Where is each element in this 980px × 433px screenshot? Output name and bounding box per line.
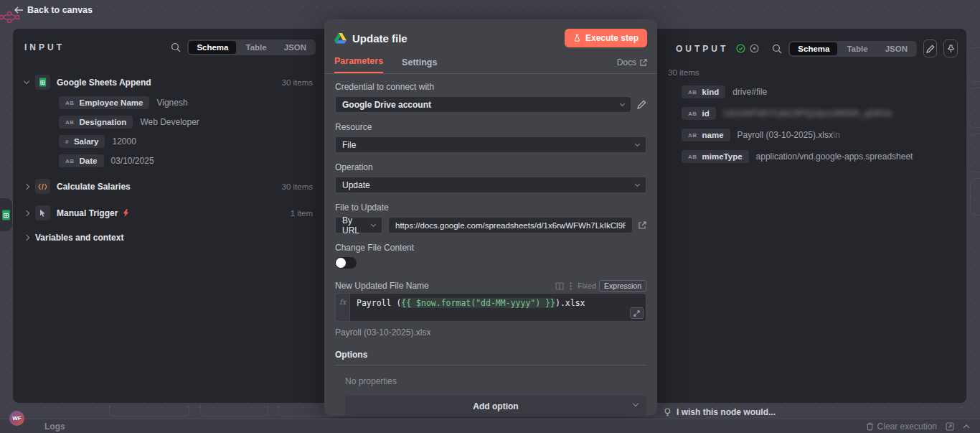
chevron-down-icon [24,78,29,84]
output-tab-schema[interactable]: Schema [790,42,837,55]
node-settings-modal: Update file Execute step Parameters Sett… [324,19,657,416]
output-field-name[interactable]: ABname Payroll (03-10-2025).xlsx\n [682,129,966,141]
file-to-update-group: File to Update By URL [335,202,646,233]
chevron-down-icon [635,141,640,146]
collapse-panel-icon[interactable] [963,424,970,429]
toggle-fixed[interactable]: Fixed [578,281,596,290]
chevron-right-icon [24,183,29,189]
node-item-count: 1 item [291,209,313,218]
schema-field-employee-name[interactable]: ABEmployee Name Vignesh [59,96,313,109]
bottom-bar: Logs Clear execution [0,419,980,433]
schema-field-date[interactable]: ABDate 03/10/2025 [59,154,313,167]
edit-output-button[interactable] [923,39,938,57]
expression-result-preview: Payroll (03-10-2025).xlsx [335,327,646,337]
columns-icon[interactable] [555,282,564,290]
field-name: kind [702,88,720,96]
operation-select[interactable]: Update [335,177,646,193]
google-drive-icon [334,33,347,44]
field-value: 03/10/2025 [111,156,154,166]
dots-vertical-icon[interactable] [570,282,572,290]
field-type-badge: AB [688,132,697,139]
file-mode-select[interactable]: By URL [335,217,382,233]
pop-out-logs-icon[interactable] [946,422,954,431]
file-url-input[interactable] [388,217,633,233]
field-type-badge: AB [65,158,75,164]
schema-node-calculate-salaries[interactable]: Calculate Salaries 30 items [24,179,313,194]
field-name: id [702,109,710,118]
chevron-down-icon [635,181,640,186]
back-to-canvas-button[interactable]: Back to canvas [14,5,93,15]
input-tab-schema[interactable]: Schema [189,41,236,54]
field-value: Payroll (03-10-2025).xlsx [738,130,833,140]
output-tab-json[interactable]: JSON [877,42,915,55]
schema-node-manual-trigger[interactable]: Manual Trigger 1 item [24,205,313,220]
clear-execution-button[interactable]: Clear execution [866,422,937,432]
schema-field-salary[interactable]: #Salary 12000 [59,135,313,148]
ghost-canvas-node [969,88,980,128]
ghost-canvas-node [969,134,980,172]
logs-toggle[interactable]: Logs [44,422,65,432]
field-name: Salary [74,137,99,146]
avatar-initials: WF [12,415,21,422]
field-name: Employee Name [80,98,143,107]
expand-expression-icon[interactable] [630,307,644,319]
resource-select[interactable]: File [335,136,646,153]
field-value: Web Developer [140,117,199,127]
expression-input[interactable]: Payroll ({{ $now.format("dd-MM-yyyy") }}… [349,293,646,322]
operation-value: Update [342,180,370,190]
docs-link[interactable]: Docs [617,57,647,73]
change-file-content-toggle[interactable] [335,257,357,269]
topbar: Back to canvas [0,0,980,23]
field-type-badge: AB [65,100,75,106]
clear-execution-label: Clear execution [877,422,937,432]
toggle-expression[interactable]: Expression [599,280,646,292]
input-panel: INPUT Schema Table JSON Google Sheets Ap… [13,29,324,403]
back-label: Back to canvas [27,5,93,15]
user-avatar[interactable]: WF [9,411,24,426]
options-section: Options No properties Add option [335,350,646,416]
field-name: mimeType [702,152,743,161]
credential-select[interactable]: Google Drive account [335,96,631,113]
node-item-count: 30 items [282,182,313,191]
input-search-icon[interactable] [171,42,181,52]
output-search-icon[interactable] [772,44,782,54]
open-url-external-icon[interactable] [639,221,646,229]
node-feedback-prompt[interactable]: I wish this node would... [664,407,776,417]
resource-group: Resource File [335,122,646,153]
no-properties-text: No properties [345,376,646,386]
resource-value: File [342,140,356,150]
field-type-badge: AB [688,154,697,160]
output-field-kind[interactable]: ABkind drive#file [682,85,966,98]
schema-field-designation[interactable]: ABDesignation Web Developer [59,116,313,129]
add-option-label: Add option [473,401,518,411]
edit-credential-icon[interactable] [637,100,646,109]
wish-label: I wish this node would... [677,407,776,417]
input-tab-json[interactable]: JSON [276,41,314,54]
back-arrow-icon [14,6,24,14]
schema-node-variables-context[interactable]: Variables and context [24,233,313,243]
output-panel: OUTPUT Schema Table JSON [657,29,966,403]
credential-group: Credential to connect with Google Drive … [335,82,646,113]
output-panel-title: OUTPUT [676,44,728,54]
ghost-canvas-button [109,401,189,416]
resource-label: Resource [335,122,646,132]
output-field-mimetype[interactable]: ABmimeType application/vnd.google-apps.s… [682,150,966,163]
execute-step-button[interactable]: Execute step [565,29,647,47]
input-node-chip[interactable] [0,198,12,231]
cursor-icon [35,205,50,220]
expression-suffix: ).xlsx [555,298,585,308]
schema-node-google-sheets-append[interactable]: Google Sheets Append 30 items [24,75,313,90]
fixed-expression-toggle: Fixed Expression [578,280,646,292]
file-mode-value: By URL [342,215,372,236]
lightning-icon [123,209,129,217]
input-tab-table[interactable]: Table [237,41,274,54]
tab-settings[interactable]: Settings [402,57,437,73]
expression-prefix: Payroll ( [357,298,401,308]
output-tab-table[interactable]: Table [839,42,875,55]
ghost-canvas-node [969,47,980,82]
pin-data-button[interactable] [943,39,958,57]
tab-parameters[interactable]: Parameters [334,56,383,73]
add-option-button[interactable]: Add option [345,396,646,416]
circle-dot-icon[interactable] [750,44,759,53]
output-field-id[interactable]: ABid 1dUvWFWh7LkbC9FlQufycv3WWA_qD6Vw [682,107,966,120]
